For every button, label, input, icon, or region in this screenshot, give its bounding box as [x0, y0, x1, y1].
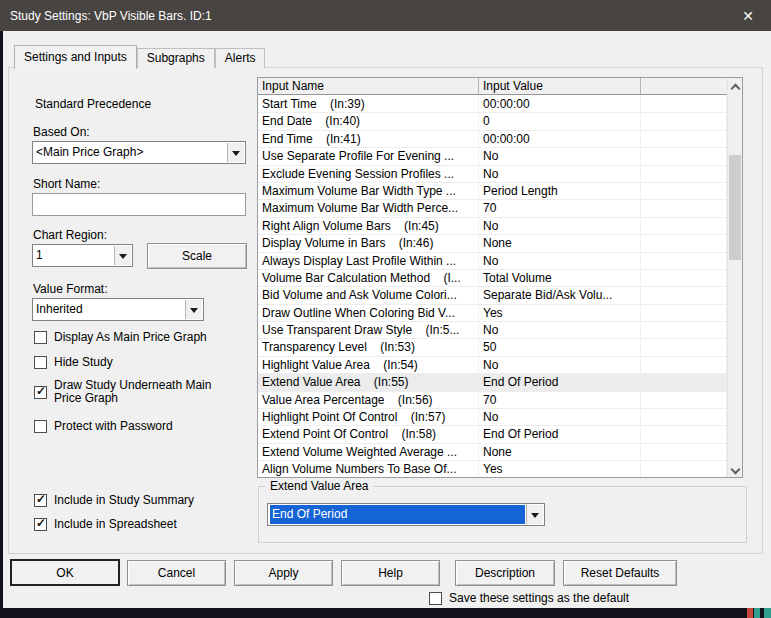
cell-input-name: Highlight Point Of Control (In:57)	[258, 409, 479, 425]
cell-input-value: 0	[479, 113, 641, 129]
table-row[interactable]: Highlight Value Area (In:54) No	[258, 357, 727, 374]
short-name-input[interactable]	[32, 193, 246, 216]
checkbox-save-as-default[interactable]: Save these settings as the default	[429, 592, 629, 605]
chevron-down-icon[interactable]	[185, 300, 202, 319]
cell-input-value: No	[479, 322, 641, 338]
table-row[interactable]: Exclude Evening Session Profiles ... No	[258, 166, 727, 183]
background-candle-teal	[764, 608, 771, 618]
title-bar[interactable]: Study Settings: VbP Visible Bars. ID:1 ✕	[0, 0, 771, 31]
checkbox-include-in-spreadsheet[interactable]: Include in Spreadsheet	[34, 518, 177, 531]
short-name-label: Short Name:	[33, 177, 100, 191]
value-format-label: Value Format:	[33, 282, 107, 296]
checkbox-box	[34, 420, 47, 433]
table-row[interactable]: Transparency Level (In:53) 50	[258, 339, 727, 356]
value-format-dropdown[interactable]: Inherited	[32, 298, 204, 321]
background-candle-teal	[754, 608, 760, 618]
cell-input-name: Highlight Value Area (In:54)	[258, 357, 479, 373]
cell-blank	[641, 253, 727, 269]
cancel-button[interactable]: Cancel	[127, 560, 226, 586]
close-icon[interactable]: ✕	[725, 0, 771, 31]
cell-blank	[641, 113, 727, 129]
cell-blank	[641, 339, 727, 355]
table-row[interactable]: Maximum Volume Bar Width Perce... 70	[258, 200, 727, 217]
cell-blank	[641, 322, 727, 338]
table-row[interactable]: End Time (In:41) 00:00:00	[258, 131, 727, 148]
checkbox-include-in-study-summary[interactable]: Include in Study Summary	[34, 494, 194, 507]
table-row[interactable]: Use Separate Profile For Evening ... No	[258, 148, 727, 165]
table-row[interactable]: Value Area Percentage (In:56) 70	[258, 392, 727, 409]
table-row[interactable]: Extend Volume Weighted Average ... None	[258, 444, 727, 461]
cell-blank	[641, 200, 727, 216]
reset-defaults-button[interactable]: Reset Defaults	[563, 560, 677, 586]
extend-value-area-dropdown[interactable]: End Of Period	[267, 503, 545, 526]
scroll-down-icon[interactable]	[731, 465, 741, 475]
cell-input-name: Use Transparent Draw Style (In:5...	[258, 322, 479, 338]
table-row[interactable]: Start Time (In:39) 00:00:00	[258, 96, 727, 113]
cell-blank	[641, 444, 727, 460]
table-row[interactable]: Display Volume in Bars (In:46) None	[258, 235, 727, 252]
tab-settings-and-inputs[interactable]: Settings and Inputs	[14, 45, 137, 69]
based-on-label: Based On:	[33, 125, 90, 139]
cell-input-name: Extend Volume Weighted Average ...	[258, 444, 479, 460]
table-row[interactable]: Extend Point Of Control (In:58) End Of P…	[258, 426, 727, 443]
table-row[interactable]: Volume Bar Calculation Method (I... Tota…	[258, 270, 727, 287]
cell-input-name: Display Volume in Bars (In:46)	[258, 235, 479, 251]
cell-blank	[641, 131, 727, 147]
ok-button[interactable]: OK	[10, 559, 120, 586]
inputs-table-header[interactable]: Input Name Input Value	[258, 78, 727, 95]
chart-region-label: Chart Region:	[33, 228, 107, 242]
cell-blank	[641, 96, 727, 112]
help-button[interactable]: Help	[341, 560, 440, 586]
cell-input-value: 50	[479, 339, 641, 355]
column-header-input-value[interactable]: Input Value	[479, 78, 641, 94]
cell-blank	[641, 409, 727, 425]
cell-blank	[641, 235, 727, 251]
chevron-down-icon[interactable]	[227, 143, 244, 162]
tab-alerts[interactable]: Alerts	[215, 48, 266, 68]
table-row[interactable]: Use Transparent Draw Style (In:5... No	[258, 322, 727, 339]
table-row[interactable]: Bid Volume and Ask Volume Colori... Sepa…	[258, 287, 727, 304]
table-row[interactable]: Right Align Volume Bars (In:45) No	[258, 218, 727, 235]
tab-subgraphs[interactable]: Subgraphs	[137, 48, 215, 68]
apply-button[interactable]: Apply	[234, 560, 333, 586]
cell-blank	[641, 218, 727, 234]
scale-button[interactable]: Scale	[147, 243, 247, 269]
checkbox-label: Draw Study Underneath Main Price Graph	[54, 379, 239, 405]
cell-input-value: 00:00:00	[479, 131, 641, 147]
scrollbar-thumb[interactable]	[729, 155, 741, 260]
extend-value-area-group: Extend Value Area End Of Period	[258, 486, 747, 543]
description-button[interactable]: Description	[455, 560, 555, 586]
study-settings-dialog: Settings and Inputs Subgraphs Alerts Sta…	[3, 31, 771, 608]
table-row[interactable]: Maximum Volume Bar Width Type ... Period…	[258, 183, 727, 200]
chart-region-dropdown[interactable]: 1	[32, 244, 133, 267]
cell-input-value: 70	[479, 200, 641, 216]
table-row[interactable]: Draw Outline When Coloring Bid V... Yes	[258, 305, 727, 322]
column-header-input-name[interactable]: Input Name	[258, 78, 479, 94]
cell-input-name: End Date (In:40)	[258, 113, 479, 129]
cell-input-name: Draw Outline When Coloring Bid V...	[258, 305, 479, 321]
table-row[interactable]: Highlight Point Of Control (In:57) No	[258, 409, 727, 426]
precedence-label: Standard Precedence	[35, 97, 151, 111]
cell-input-name: Right Align Volume Bars (In:45)	[258, 218, 479, 234]
checkbox-hide-study[interactable]: Hide Study	[34, 356, 113, 369]
chevron-down-icon[interactable]	[114, 246, 131, 265]
checkbox-draw-study-underneath[interactable]: Draw Study Underneath Main Price Graph	[34, 379, 249, 405]
table-row[interactable]: Extend Value Area (In:55) End Of Period	[258, 374, 727, 391]
column-header-blank[interactable]	[641, 78, 727, 94]
checkbox-box	[34, 494, 47, 507]
based-on-dropdown[interactable]: <Main Price Graph>	[32, 141, 246, 164]
cell-input-name: Use Separate Profile For Evening ...	[258, 148, 479, 164]
cell-input-name: Exclude Evening Session Profiles ...	[258, 166, 479, 182]
table-row[interactable]: Align Volume Numbers To Base Of... Yes	[258, 461, 727, 477]
table-row[interactable]: End Date (In:40) 0	[258, 113, 727, 130]
cell-input-value: Period Length	[479, 183, 641, 199]
chevron-down-icon[interactable]	[526, 505, 543, 524]
vertical-scrollbar[interactable]	[727, 78, 742, 477]
checkbox-protect-with-password[interactable]: Protect with Password	[34, 420, 173, 433]
cell-blank	[641, 183, 727, 199]
scroll-up-icon[interactable]	[731, 84, 741, 94]
cell-blank	[641, 426, 727, 442]
cell-input-name: Value Area Percentage (In:56)	[258, 392, 479, 408]
table-row[interactable]: Always Display Last Profile Within ... N…	[258, 253, 727, 270]
checkbox-display-as-main-price-graph[interactable]: Display As Main Price Graph	[34, 331, 207, 344]
